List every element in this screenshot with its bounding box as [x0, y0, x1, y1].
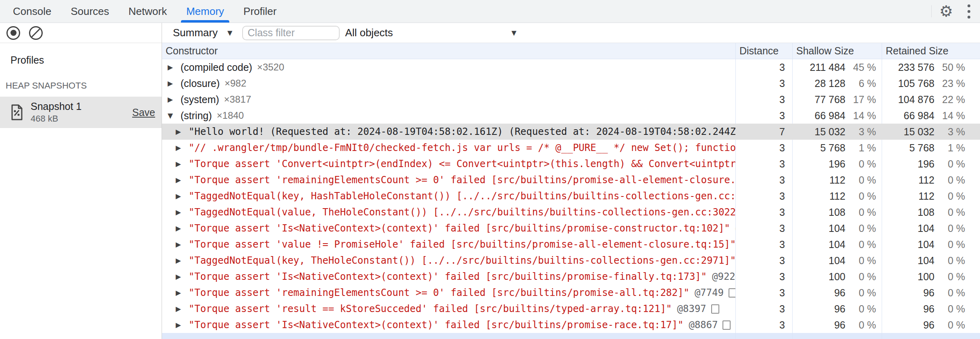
- object-id: @8397: [677, 303, 706, 314]
- table-row[interactable]: ▶"Torque assert 'value != PromiseHole' f…: [162, 236, 980, 252]
- column-header-retained-size[interactable]: Retained Size: [882, 43, 980, 59]
- distance-cell: 3: [735, 252, 792, 269]
- object-filter-value: All objects: [345, 27, 393, 39]
- triangle-collapsed-icon[interactable]: ▶: [176, 240, 189, 248]
- table-row[interactable]: ▶"Torque assert 'result == kStoreSuccede…: [162, 301, 980, 317]
- retained-size-cell: 1120 %: [882, 188, 980, 204]
- retained-size-value: 105 768: [882, 78, 934, 89]
- perspective-select[interactable]: Summary ▼: [173, 27, 233, 39]
- tab-network[interactable]: Network: [124, 0, 171, 23]
- shallow-size-cell: 77 76817 %: [792, 91, 882, 107]
- triangle-collapsed-icon[interactable]: ▶: [176, 176, 189, 184]
- triangle-collapsed-icon[interactable]: ▶: [176, 192, 189, 200]
- triangle-collapsed-icon[interactable]: ▶: [176, 289, 189, 297]
- kebab-menu-icon: [968, 4, 970, 19]
- save-snapshot-link[interactable]: Save: [132, 107, 155, 118]
- distance-cell: 7: [735, 124, 792, 140]
- shallow-size-percent: 0 %: [845, 255, 876, 267]
- triangle-collapsed-icon[interactable]: ▶: [176, 160, 189, 168]
- shallow-size-value: 112: [792, 190, 845, 202]
- string-value: "Hello world! (Requested at: 2024-08-19T…: [189, 126, 735, 137]
- more-options-button[interactable]: [957, 0, 980, 23]
- open-string-icon[interactable]: [711, 304, 719, 314]
- grid-header-row: ConstructorDistanceShallow SizeRetained …: [162, 43, 980, 59]
- open-string-icon[interactable]: [729, 288, 735, 298]
- tab-memory[interactable]: Memory: [182, 0, 228, 23]
- shallow-size-cell: 1040 %: [792, 220, 882, 236]
- triangle-collapsed-icon[interactable]: ▶: [176, 208, 189, 216]
- table-row[interactable]: ▶"Torque assert 'Convert<uintptr>(endInd…: [162, 156, 980, 172]
- table-row[interactable]: ▶(closure)×982328 1286 %105 76823 %: [162, 75, 980, 91]
- triangle-collapsed-icon[interactable]: ▶: [176, 224, 189, 232]
- object-filter-select[interactable]: All objects ▼: [345, 27, 517, 39]
- clear-profiles-icon[interactable]: [29, 26, 43, 40]
- distance-cell: 3: [735, 156, 792, 172]
- triangle-collapsed-icon[interactable]: ▶: [176, 305, 189, 313]
- table-row[interactable]: ▶"Hello world! (Requested at: 2024-08-19…: [162, 124, 980, 140]
- distance-cell: 3: [735, 204, 792, 220]
- triangle-collapsed-icon[interactable]: ▶: [168, 63, 181, 71]
- table-row[interactable]: ▶"TaggedNotEqual(key, HashTableHoleConst…: [162, 188, 980, 204]
- table-row[interactable]: ▶"Torque assert 'remainingElementsCount …: [162, 285, 980, 301]
- shallow-size-value: 211 484: [792, 62, 845, 73]
- shallow-size-percent: 17 %: [845, 94, 876, 105]
- table-row[interactable]: ▶"TaggedNotEqual(value, TheHoleConstant(…: [162, 204, 980, 220]
- class-filter-input[interactable]: [242, 26, 340, 40]
- gear-icon: ⚙: [939, 4, 953, 19]
- table-row[interactable]: ▶"Torque assert 'remainingElementsCount …: [162, 172, 980, 188]
- triangle-collapsed-icon[interactable]: ▶: [176, 273, 189, 281]
- retained-size-cell: 15 0323 %: [882, 124, 980, 140]
- tab-profiler[interactable]: Profiler: [239, 0, 281, 23]
- table-row[interactable]: ▶"// .wrangler/tmp/bundle-FmNIt0/checked…: [162, 140, 980, 156]
- shallow-size-cell: 15 0323 %: [792, 124, 882, 140]
- shallow-size-percent: 14 %: [845, 110, 876, 122]
- shallow-size-cell: 1080 %: [792, 204, 882, 220]
- constructor-cell: ▶"Hello world! (Requested at: 2024-08-19…: [162, 124, 735, 140]
- shallow-size-cell: 66 98414 %: [792, 107, 882, 124]
- retained-size-cell: 105 76823 %: [882, 75, 980, 91]
- triangle-collapsed-icon[interactable]: ▶: [176, 144, 189, 152]
- triangle-collapsed-icon[interactable]: ▶: [168, 95, 181, 103]
- open-string-icon[interactable]: [723, 320, 731, 330]
- triangle-expanded-icon[interactable]: ▼: [168, 112, 181, 120]
- shallow-size-value: 66 984: [792, 110, 845, 122]
- settings-button[interactable]: ⚙: [935, 0, 957, 23]
- shallow-size-cell: 1120 %: [792, 172, 882, 188]
- triangle-collapsed-icon[interactable]: ▶: [176, 128, 189, 136]
- string-value: "Torque assert 'Is<NativeContext>(contex…: [189, 319, 683, 331]
- constructor-cell: ▶"Torque assert 'value != PromiseHole' f…: [162, 236, 735, 252]
- table-row[interactable]: ▼(string)×1840366 98414 %66 98414 %: [162, 107, 980, 124]
- table-row[interactable]: ▶"Torque assert 'Is<NativeContext>(conte…: [162, 269, 980, 285]
- record-heap-snapshot-icon[interactable]: [6, 26, 20, 40]
- constructor-cell: ▼(string)×1840: [162, 107, 735, 124]
- shallow-size-value: 196: [792, 158, 845, 170]
- string-value: "TaggedNotEqual(key, HashTableHoleConsta…: [189, 190, 735, 202]
- distance-cell: 3: [735, 236, 792, 252]
- triangle-collapsed-icon[interactable]: ▶: [168, 79, 181, 87]
- column-header-constructor[interactable]: Constructor: [162, 43, 735, 59]
- snapshot-main-view: Summary ▼ All objects ▼ ConstructorDista…: [162, 23, 980, 339]
- table-row[interactable]: ▶"TaggedNotEqual(key, TheHoleConstant())…: [162, 252, 980, 269]
- table-row[interactable]: ▶"Torque assert 'Is<NativeContext>(conte…: [162, 220, 980, 236]
- shallow-size-percent: 6 %: [845, 78, 876, 89]
- perspective-value: Summary: [173, 27, 218, 39]
- sidebar-toolbar: [0, 23, 162, 43]
- column-header-distance[interactable]: Distance: [735, 43, 792, 59]
- retained-size-value: 112: [882, 174, 934, 186]
- triangle-collapsed-icon[interactable]: ▶: [176, 321, 189, 329]
- retained-size-cell: 1040 %: [882, 236, 980, 252]
- tab-sources[interactable]: Sources: [66, 0, 113, 23]
- constructor-cell: ▶"TaggedNotEqual(key, HashTableHoleConst…: [162, 188, 735, 204]
- retained-size-cell: 5 7681 %: [882, 140, 980, 156]
- shallow-size-value: 100: [792, 271, 845, 283]
- retained-size-percent: 23 %: [934, 78, 965, 89]
- table-row[interactable]: ▶(system)×3817377 76817 %104 87622 %: [162, 91, 980, 107]
- triangle-collapsed-icon[interactable]: ▶: [176, 256, 189, 265]
- table-row[interactable]: ▶"Torque assert 'Is<NativeContext>(conte…: [162, 317, 980, 333]
- retained-size-cell: 960 %: [882, 285, 980, 301]
- tab-console[interactable]: Console: [8, 0, 56, 23]
- sidebar-item-snapshot-1[interactable]: Snapshot 1 468 kB Save: [0, 97, 162, 128]
- column-header-shallow-size[interactable]: Shallow Size: [792, 43, 882, 59]
- retained-size-percent: 14 %: [934, 110, 965, 122]
- table-row[interactable]: ▶(compiled code)×35203211 48445 %233 576…: [162, 59, 980, 75]
